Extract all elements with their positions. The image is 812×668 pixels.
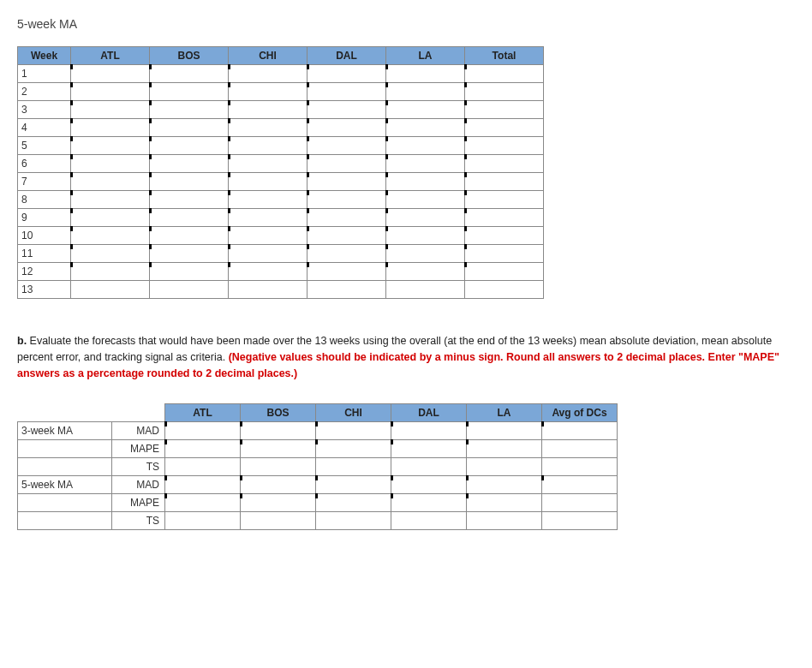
data-cell[interactable] <box>465 245 544 263</box>
eval-cell[interactable] <box>241 440 316 458</box>
eval-cell[interactable] <box>165 422 241 440</box>
data-cell[interactable] <box>150 173 229 191</box>
eval-cell[interactable] <box>391 476 467 494</box>
avg-cell[interactable] <box>542 440 618 458</box>
eval-cell[interactable] <box>165 476 241 494</box>
data-cell[interactable] <box>229 263 307 281</box>
eval-cell[interactable] <box>391 458 467 476</box>
data-cell[interactable] <box>71 83 150 101</box>
eval-cell[interactable] <box>467 476 542 494</box>
eval-cell[interactable] <box>165 440 241 458</box>
data-cell[interactable] <box>465 65 544 83</box>
data-cell[interactable] <box>71 119 150 137</box>
avg-cell[interactable] <box>542 476 618 494</box>
data-cell[interactable] <box>465 209 544 227</box>
data-cell[interactable] <box>307 245 386 263</box>
eval-cell[interactable] <box>467 512 542 530</box>
eval-cell[interactable] <box>391 440 467 458</box>
data-cell[interactable] <box>150 83 229 101</box>
data-cell[interactable] <box>465 227 544 245</box>
data-cell[interactable] <box>386 83 465 101</box>
data-cell[interactable] <box>229 281 307 299</box>
data-cell[interactable] <box>150 137 229 155</box>
data-cell[interactable] <box>71 263 150 281</box>
data-cell[interactable] <box>386 137 465 155</box>
data-cell[interactable] <box>465 101 544 119</box>
data-cell[interactable] <box>307 101 386 119</box>
data-cell[interactable] <box>229 245 307 263</box>
eval-cell[interactable] <box>165 512 241 530</box>
data-cell[interactable] <box>71 155 150 173</box>
eval-cell[interactable] <box>467 440 542 458</box>
data-cell[interactable] <box>465 263 544 281</box>
data-cell[interactable] <box>150 155 229 173</box>
data-cell[interactable] <box>71 227 150 245</box>
data-cell[interactable] <box>465 83 544 101</box>
eval-cell[interactable] <box>391 512 467 530</box>
data-cell[interactable] <box>71 191 150 209</box>
eval-cell[interactable] <box>391 494 467 512</box>
data-cell[interactable] <box>150 281 229 299</box>
data-cell[interactable] <box>386 263 465 281</box>
data-cell[interactable] <box>71 209 150 227</box>
data-cell[interactable] <box>229 83 307 101</box>
data-cell[interactable] <box>307 137 386 155</box>
eval-cell[interactable] <box>241 512 316 530</box>
data-cell[interactable] <box>307 281 386 299</box>
data-cell[interactable] <box>71 173 150 191</box>
data-cell[interactable] <box>465 137 544 155</box>
data-cell[interactable] <box>229 209 307 227</box>
data-cell[interactable] <box>465 155 544 173</box>
data-cell[interactable] <box>386 191 465 209</box>
eval-cell[interactable] <box>165 458 241 476</box>
data-cell[interactable] <box>307 155 386 173</box>
eval-cell[interactable] <box>241 422 316 440</box>
data-cell[interactable] <box>229 155 307 173</box>
data-cell[interactable] <box>307 83 386 101</box>
data-cell[interactable] <box>465 281 544 299</box>
data-cell[interactable] <box>386 155 465 173</box>
data-cell[interactable] <box>229 65 307 83</box>
eval-cell[interactable] <box>241 494 316 512</box>
data-cell[interactable] <box>150 65 229 83</box>
data-cell[interactable] <box>307 119 386 137</box>
data-cell[interactable] <box>150 101 229 119</box>
eval-cell[interactable] <box>391 422 467 440</box>
eval-cell[interactable] <box>241 476 316 494</box>
eval-cell[interactable] <box>316 422 391 440</box>
data-cell[interactable] <box>386 119 465 137</box>
avg-cell[interactable] <box>542 512 618 530</box>
data-cell[interactable] <box>150 263 229 281</box>
eval-cell[interactable] <box>467 422 542 440</box>
data-cell[interactable] <box>71 137 150 155</box>
data-cell[interactable] <box>229 119 307 137</box>
data-cell[interactable] <box>150 191 229 209</box>
data-cell[interactable] <box>71 281 150 299</box>
data-cell[interactable] <box>71 65 150 83</box>
data-cell[interactable] <box>150 209 229 227</box>
avg-cell[interactable] <box>542 458 618 476</box>
eval-cell[interactable] <box>316 440 391 458</box>
data-cell[interactable] <box>465 191 544 209</box>
eval-cell[interactable] <box>316 512 391 530</box>
data-cell[interactable] <box>229 191 307 209</box>
eval-cell[interactable] <box>316 476 391 494</box>
data-cell[interactable] <box>307 263 386 281</box>
data-cell[interactable] <box>150 227 229 245</box>
data-cell[interactable] <box>71 245 150 263</box>
avg-cell[interactable] <box>542 422 618 440</box>
data-cell[interactable] <box>307 191 386 209</box>
data-cell[interactable] <box>386 65 465 83</box>
data-cell[interactable] <box>386 173 465 191</box>
data-cell[interactable] <box>229 227 307 245</box>
data-cell[interactable] <box>150 119 229 137</box>
data-cell[interactable] <box>465 173 544 191</box>
data-cell[interactable] <box>386 281 465 299</box>
data-cell[interactable] <box>386 101 465 119</box>
data-cell[interactable] <box>465 119 544 137</box>
data-cell[interactable] <box>71 101 150 119</box>
eval-cell[interactable] <box>241 458 316 476</box>
eval-cell[interactable] <box>316 494 391 512</box>
data-cell[interactable] <box>386 245 465 263</box>
eval-cell[interactable] <box>467 458 542 476</box>
